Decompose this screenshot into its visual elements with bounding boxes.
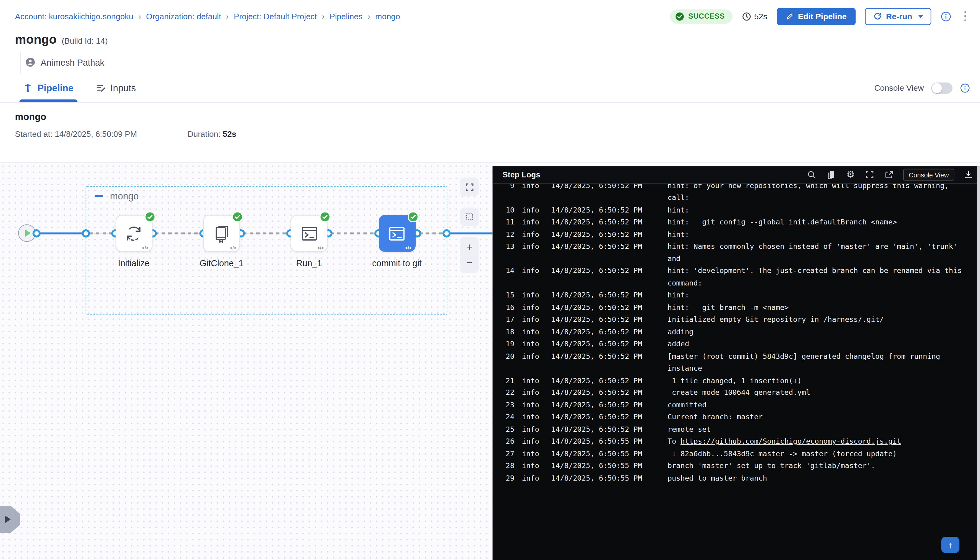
breadcrumb-item[interactable]: Pipelines bbox=[330, 12, 362, 21]
log-line: command: bbox=[493, 277, 977, 289]
step-logs-body[interactable]: 9info14/8/2025, 6:50:52 PMhint: of your … bbox=[493, 184, 977, 560]
collapse-stage-icon[interactable] bbox=[95, 195, 103, 197]
tab-inputs[interactable]: Inputs bbox=[96, 73, 136, 102]
step-success-icon bbox=[232, 211, 243, 223]
breadcrumb-item[interactable]: Organization: default bbox=[146, 12, 221, 21]
chevron-down-icon bbox=[918, 15, 923, 18]
edge-connector bbox=[419, 232, 443, 234]
canvas-select-button[interactable] bbox=[460, 207, 478, 226]
log-search-icon[interactable] bbox=[806, 169, 818, 180]
duration-text: 52s bbox=[754, 12, 767, 21]
terminal-icon bbox=[387, 223, 407, 243]
log-line: 23info14/8/2025, 6:50:52 PMcommitted bbox=[493, 399, 977, 411]
pipeline-node: </>Initialize bbox=[115, 215, 152, 252]
log-message: call: bbox=[668, 193, 689, 202]
log-scrollbar[interactable] bbox=[977, 166, 980, 560]
title-block: mongo (Build Id: 14) Animesh Pathak bbox=[0, 32, 980, 73]
pipeline-node-card[interactable]: </> bbox=[115, 215, 152, 252]
log-line: and bbox=[493, 253, 977, 265]
log-message: Initialized empty Git repository in /har… bbox=[668, 315, 884, 324]
pipeline-node-card[interactable]: </> bbox=[291, 215, 328, 252]
edge-connector bbox=[39, 232, 84, 234]
rerun-button[interactable]: Re-run bbox=[865, 8, 931, 25]
step-logs-header: Step Logs ⚙ Console View bbox=[493, 166, 980, 183]
log-line: 10info14/8/2025, 6:50:52 PMhint: bbox=[493, 204, 977, 216]
log-message: added bbox=[668, 340, 689, 348]
log-line: 29info14/8/2025, 6:50:55 PMpushed to mas… bbox=[493, 472, 977, 484]
step-success-icon bbox=[320, 211, 331, 223]
log-line: 18info14/8/2025, 6:50:52 PMadding bbox=[493, 325, 977, 338]
code-icon: </> bbox=[230, 245, 237, 250]
open-in-new-icon[interactable] bbox=[884, 169, 895, 180]
more-options-menu[interactable] bbox=[960, 8, 970, 24]
scroll-to-top-button[interactable]: ↑ bbox=[941, 537, 959, 553]
log-line: 21info14/8/2025, 6:50:52 PM 1 file chang… bbox=[493, 374, 977, 387]
edit-pipeline-button[interactable]: Edit Pipeline bbox=[777, 8, 855, 25]
node-label: Run_1 bbox=[296, 258, 322, 268]
status-badge: SUCCESS bbox=[670, 9, 732, 23]
left-drawer-handle[interactable] bbox=[0, 506, 20, 533]
expand-right-icon bbox=[5, 515, 10, 523]
canvas-fullscreen-button[interactable] bbox=[460, 177, 478, 196]
log-line: 14info14/8/2025, 6:50:52 PMhint: 'develo… bbox=[493, 265, 977, 277]
log-lines: 9info14/8/2025, 6:50:52 PMhint: of your … bbox=[493, 184, 977, 484]
log-line: 17info14/8/2025, 6:50:52 PMInitialized e… bbox=[493, 313, 977, 325]
marquee-select-icon bbox=[465, 212, 474, 222]
log-line: 16info14/8/2025, 6:50:52 PMhint: git bra… bbox=[493, 301, 977, 313]
log-link[interactable]: https://github.com/Sonichigo/economy-dis… bbox=[680, 437, 901, 446]
refresh-icon bbox=[873, 12, 882, 21]
play-icon bbox=[25, 229, 30, 237]
log-line: 27info14/8/2025, 6:50:55 PM + 82a6dbb...… bbox=[493, 447, 977, 460]
breadcrumb-separator: › bbox=[226, 12, 229, 21]
pipeline-node-card[interactable]: </> bbox=[203, 215, 240, 252]
zoom-in-button[interactable]: + bbox=[463, 241, 477, 254]
log-line: 25info14/8/2025, 6:50:52 PMremote set bbox=[493, 423, 977, 435]
fullscreen-icon bbox=[465, 182, 474, 192]
log-line: 13info14/8/2025, 6:50:52 PMhint: Names c… bbox=[493, 240, 977, 253]
step-success-icon bbox=[407, 211, 418, 223]
console-view-toggle[interactable] bbox=[931, 82, 953, 93]
pipeline-node-card[interactable]: </> bbox=[378, 215, 415, 252]
stage-started-at: Started at: 14/8/2025, 6:50:09 PM bbox=[15, 130, 188, 139]
log-console-view-button[interactable]: Console View bbox=[903, 169, 954, 181]
log-settings-icon[interactable]: ⚙ bbox=[845, 169, 856, 180]
log-line: 11info14/8/2025, 6:50:52 PMhint: git con… bbox=[493, 216, 977, 228]
log-message: create mode 100644 generated.yml bbox=[668, 388, 810, 397]
tab-bar: Pipeline Inputs Console View bbox=[0, 73, 980, 102]
terminal-icon bbox=[299, 223, 319, 243]
breadcrumb-item[interactable]: Account: kurosakiichigo.songoku bbox=[15, 12, 133, 21]
log-line: 15info14/8/2025, 6:50:52 PMhint: bbox=[493, 289, 977, 302]
node-port bbox=[82, 229, 90, 237]
status-text: SUCCESS bbox=[688, 13, 725, 20]
zoom-out-button[interactable]: − bbox=[463, 256, 477, 269]
tab-pipeline-label: Pipeline bbox=[38, 82, 73, 93]
breadcrumb-item[interactable]: Project: Default Project bbox=[233, 12, 317, 21]
tab-pipeline[interactable]: Pipeline bbox=[23, 73, 73, 102]
log-copy-icon[interactable] bbox=[826, 169, 837, 180]
top-actions: SUCCESS 52s Edit Pipeline Re-run bbox=[670, 8, 970, 25]
execution-area: mongo </>Initialize</>GitClone_1</>Run_1… bbox=[0, 162, 980, 560]
git-clone-icon bbox=[212, 223, 232, 243]
breadcrumb: Account: kurosakiichigo.songoku›Organiza… bbox=[15, 12, 400, 21]
log-message: branch 'master' set up to track 'gitlab/… bbox=[668, 462, 875, 470]
breadcrumb-separator: › bbox=[368, 12, 370, 21]
download-logs-icon[interactable] bbox=[963, 169, 974, 180]
log-message: committed bbox=[668, 400, 707, 409]
console-view-info-icon[interactable] bbox=[960, 83, 970, 93]
success-check-icon bbox=[675, 12, 685, 21]
duration-indicator: 52s bbox=[742, 12, 767, 21]
pencil-icon bbox=[785, 12, 794, 20]
log-message: hint: of your new repositories, which wi… bbox=[668, 184, 949, 190]
log-message: remote set bbox=[668, 425, 711, 433]
user-avatar-icon bbox=[25, 57, 36, 67]
stage-info: mongo Started at: 14/8/2025, 6:50:09 PM … bbox=[0, 103, 980, 162]
stage-name: mongo bbox=[15, 111, 965, 122]
log-line: call: bbox=[493, 192, 977, 204]
log-expand-icon[interactable] bbox=[864, 169, 875, 180]
breadcrumb-separator: › bbox=[322, 12, 325, 21]
edit-pipeline-label: Edit Pipeline bbox=[798, 12, 847, 21]
node-port bbox=[32, 229, 40, 237]
info-icon[interactable] bbox=[940, 11, 951, 22]
pipeline-canvas[interactable]: mongo </>Initialize</>GitClone_1</>Run_1… bbox=[0, 163, 493, 560]
breadcrumb-item[interactable]: mongo bbox=[375, 12, 400, 21]
